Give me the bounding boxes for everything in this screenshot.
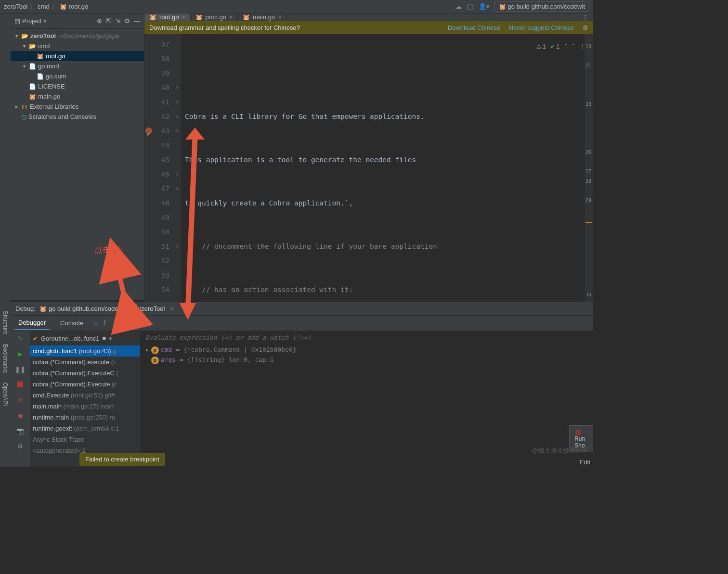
hide-icon[interactable]: — [134,17,140,25]
check-icon: ✔ [33,335,38,342]
tree-root[interactable]: ▾ zeroTool ~/Documents/go/gopa [11,31,144,41]
scratches-icon: ◷ [21,113,26,120]
project-panel: ▤ Project ▾ ⊕ ⇱ ⇲ ⚙ — ▾ zeroTool ~/Docum… [11,13,144,300]
tree-license[interactable]: LICENSE [11,81,144,91]
pause-button[interactable]: ❚❚ [16,365,25,373]
threads-icon[interactable]: ≡ [94,319,98,327]
project-title: Project [22,17,41,25]
folder-icon [21,32,28,39]
step-over-icon[interactable]: ⤴ [103,319,106,327]
frame-row[interactable]: cobra.(*Command).ExecuteC ( [30,368,140,379]
goroutine-selector[interactable]: Goroutine...ob..func1 [41,335,99,342]
close-icon[interactable]: × [170,305,174,312]
never-suggest-link[interactable]: Never suggest Chinese [509,24,574,31]
settings-icon[interactable]: ⚙ [16,442,25,450]
resume-button[interactable]: ▶ [16,349,25,358]
stop-button[interactable] [16,380,25,389]
run-configuration-selector[interactable]: go build github.com/codewit [494,1,589,12]
step-out-icon[interactable]: ↑ [121,319,125,327]
tab-root-go[interactable]: root.go× [144,13,191,21]
folder-icon [29,42,36,50]
breakpoint-icon[interactable] [145,128,152,134]
frame-row[interactable]: cobra.(*Command).execute (c [30,357,140,368]
go-icon [195,13,203,21]
editor-tabs: root.go× proc.go× main.go× ⋮ [144,13,593,21]
gear-icon[interactable]: ⚙ [583,24,588,31]
variable-row[interactable]: ▸pcmd = {*cobra.Command | 0x102b80be0} [145,345,588,355]
frame-row[interactable]: cmd.Execute (root.go:52) gith [30,390,140,401]
tree-main-go[interactable]: main.go [11,91,144,102]
tabs-menu-icon[interactable]: ⋮ [577,13,593,21]
libraries-icon: ⫿⫿ [21,103,28,110]
variable-row[interactable]: ▸pargs = {[]string} len:0, cap:1 [145,355,588,365]
debug-label: Debug: [15,305,36,312]
frame-row[interactable]: main.main (main.go:27) main [30,401,140,412]
frame-row[interactable]: cobra.(*Command).Execute (c [30,379,140,390]
settings-icon[interactable]: ⚙ [124,17,130,25]
go-icon [39,305,47,312]
variables-panel: Evaluate expression (⏎) or add a watch (… [141,331,593,467]
grammar-banner: Download grammar and spelling checker fo… [144,21,593,34]
status-m: m [587,292,591,297]
sync-icon[interactable]: ◯ [467,3,474,10]
go-icon [60,3,67,10]
expand-icon[interactable]: ⇱ [106,17,111,25]
structure-tool-tab[interactable]: Structure [2,311,9,334]
breadcrumb-cmd[interactable]: cmd [38,3,50,10]
tab-proc-go[interactable]: proc.go× [191,13,238,21]
status-edit[interactable]: Edit [580,459,590,466]
tree-scratches[interactable]: ◷ Scratches and Consoles [11,112,144,122]
breakpoint-error-balloon: Failed to create breakpoint [79,453,165,466]
console-tab[interactable]: Console [56,317,87,330]
tree-root-go[interactable]: root.go [11,51,144,61]
tree-gosum[interactable]: go.sum [11,71,144,81]
view-breakpoints-button[interactable]: ◉ [16,411,25,420]
file-icon [29,63,36,70]
user-icon[interactable]: 👤▾ [479,3,490,10]
close-icon[interactable]: × [278,14,281,21]
locate-icon[interactable]: ⊕ [97,17,102,25]
debugger-tab[interactable]: Debugger [14,316,50,330]
collapse-icon[interactable]: ⇲ [115,17,120,25]
debug-config[interactable]: go build github.com/codewithyou/zeroTool [39,305,165,312]
filter-icon[interactable]: ≡ [102,335,106,342]
download-chinese-link[interactable]: Download Chinese [448,24,500,31]
breadcrumb-root[interactable]: zeroTool [4,3,27,10]
go-icon [243,13,250,21]
go-icon [37,52,44,60]
rerun-button[interactable]: ↻ [16,334,25,343]
run-config-label: go build github.com/codewit [508,3,585,10]
bookmarks-tool-tab[interactable]: Bookmarks [2,344,9,373]
evaluate-icon[interactable]: ▦ [144,319,150,327]
go-icon [29,93,36,100]
close-icon[interactable]: × [182,14,185,21]
banner-message: Download grammar and spelling checker fo… [149,24,300,31]
async-trace-label: Async Stack Trace [30,434,140,445]
breadcrumb[interactable]: zeroTool 〉 cmd 〉 root.go [4,2,88,11]
go-icon [499,3,506,10]
tree-cmd[interactable]: ▾ cmd [11,41,144,51]
camera-icon[interactable]: 📷 [16,426,25,435]
openapi-tool-tab[interactable]: OpenAPI [2,383,9,406]
tree-external[interactable]: ▸⫿⫿ External Libraries [11,102,144,112]
frame-row[interactable]: runtime.main (proc.go:250) ru [30,412,140,423]
step-into-icon[interactable]: ↓ [112,319,116,327]
debug-panel: Debug: go build github.com/codewithyou/z… [11,302,593,467]
close-icon[interactable]: × [229,14,233,21]
go-icon [149,13,156,21]
frame-row[interactable]: cmd.glob..func1 (root.go:43) g [30,345,140,357]
evaluate-prompt[interactable]: Evaluate expression (⏎) or add a watch (… [145,334,588,341]
mute-breakpoints-button[interactable]: ⊘ [16,395,25,404]
frame-row[interactable]: runtime.goexit (asm_arm64.s:1 [30,423,140,434]
cloud-icon[interactable]: ☁ [455,3,462,10]
watermark: @稀土掘金技术社区 [532,446,588,455]
tab-main-go[interactable]: main.go× [238,13,286,21]
breadcrumb-file[interactable]: root.go [69,3,88,10]
file-icon [29,83,36,90]
run-to-cursor-icon[interactable]: →I [130,319,138,327]
project-icon: ▤ [14,17,20,25]
file-icon [37,73,44,80]
tree-gomod[interactable]: ▾ go.mod [11,61,144,71]
frames-panel: ✔ Goroutine...ob..func1 ≡ ▾ cmd.glob..fu… [30,331,141,467]
